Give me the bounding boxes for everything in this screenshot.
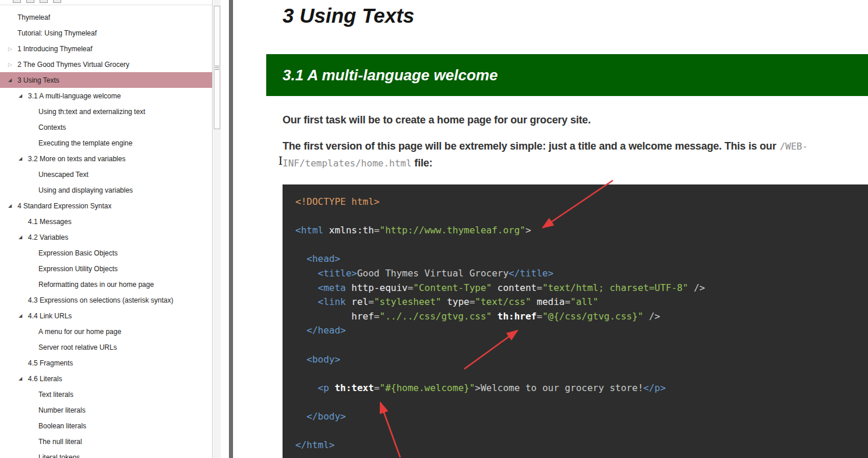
sidebar-item-label: Unescaped Text <box>38 171 89 179</box>
tree-collapse-icon[interactable]: ◢ <box>8 77 17 83</box>
sidebar-item[interactable]: 4.3 Expressions on selections (asterisk … <box>0 292 212 308</box>
code-line: <body> <box>295 353 868 367</box>
sidebar-item[interactable]: Executing the template engine <box>0 135 212 151</box>
tree-collapse-icon[interactable]: ◢ <box>8 203 17 208</box>
sidebar-item[interactable]: ◢3.2 More on texts and variables <box>0 151 212 166</box>
code-line: href="../../css/gtvg.css" th:href="@{/cs… <box>295 310 868 324</box>
toolbar-icon-partial[interactable] <box>40 0 48 3</box>
sidebar-item[interactable]: Using and displaying variables <box>0 182 212 198</box>
tree-collapse-icon[interactable]: ◢ <box>19 376 28 381</box>
sidebar-item-label: 4.6 Literals <box>28 375 62 383</box>
sidebar-item[interactable]: Tutorial: Using Thymeleaf <box>0 25 212 41</box>
sidebar-item[interactable]: ◢4.4 Link URLs <box>0 308 212 324</box>
pane-splitter[interactable] <box>229 0 233 458</box>
sidebar-item-label: 4.4 Link URLs <box>28 312 72 320</box>
sidebar-item[interactable]: Boolean literals <box>0 418 212 434</box>
paragraph: Our first task will be to create a home … <box>283 114 868 126</box>
sidebar-item[interactable]: 4.5 Fragments <box>0 355 212 371</box>
sidebar-item-label: 1 Introducing Thymeleaf <box>17 45 93 53</box>
sidebar-item-label: 4 Standard Expression Syntax <box>17 202 111 210</box>
sidebar-item[interactable]: The null literal <box>0 434 212 449</box>
sidebar-item-label: Server root relative URLs <box>38 343 117 352</box>
sidebar-item-label: The null literal <box>38 438 82 446</box>
sidebar-item[interactable]: Expression Basic Objects <box>0 245 212 261</box>
sidebar-item[interactable]: 4.1 Messages <box>0 214 212 229</box>
sidebar-item-label: Boolean literals <box>38 422 86 430</box>
sidebar-item[interactable]: ▷1 Introducing Thymeleaf <box>0 41 212 56</box>
code-line: <!DOCTYPE html> <box>295 195 868 210</box>
inline-code: /WEB- <box>776 141 807 152</box>
sidebar-item[interactable]: ◢4.6 Literals <box>0 371 212 386</box>
toolbar-partial <box>13 0 61 3</box>
section-heading: 3.1 A multi-language welcome <box>266 54 868 96</box>
sidebar-item-label: Expression Utility Objects <box>38 265 118 273</box>
sidebar-item-label: Thymeleaf <box>17 13 50 22</box>
sidebar-item[interactable]: Reformatting dates in our home page <box>0 276 212 292</box>
sidebar-item[interactable]: ▷2 The Good Thymes Virtual Grocery <box>0 56 212 72</box>
sidebar-item-label: 4.3 Expressions on selections (asterisk … <box>28 296 173 304</box>
code-line: </body> <box>295 410 868 424</box>
sidebar-item[interactable]: ◢4 Standard Expression Syntax <box>0 198 212 214</box>
sidebar-item[interactable]: Unescaped Text <box>0 166 212 182</box>
sidebar-item[interactable]: ◢3.1 A multi-language welcome <box>0 88 212 104</box>
code-line <box>295 367 868 381</box>
content-pane: 3 Using Texts 3.1 A multi-language welco… <box>233 0 868 458</box>
paragraph-text: file: <box>412 157 433 169</box>
tree-expand-icon[interactable]: ▷ <box>8 62 17 68</box>
sidebar-item-label: 3 Using Texts <box>17 76 59 84</box>
sidebar-scrollbar[interactable] <box>213 0 221 458</box>
sidebar: ThymeleafTutorial: Using Thymeleaf▷1 Int… <box>0 0 213 458</box>
code-line <box>295 238 868 253</box>
toolbar-divider <box>0 5 213 5</box>
sidebar-item[interactable]: Server root relative URLs <box>0 339 212 355</box>
sidebar-item[interactable]: A menu for our home page <box>0 324 212 339</box>
tree-collapse-icon[interactable]: ◢ <box>19 156 28 161</box>
paragraph-text: The first version of this page will be e… <box>283 140 776 152</box>
sidebar-item-label: Contexts <box>38 123 66 132</box>
code-line: </html> <box>295 438 868 453</box>
sidebar-item[interactable]: ◢4.2 Variables <box>0 229 212 245</box>
page-title: 3 Using Texts <box>283 3 852 28</box>
tree-expand-icon[interactable]: ▷ <box>8 46 17 52</box>
sidebar-item[interactable]: Number literals <box>0 402 212 418</box>
code-line: <link rel="stylesheet" type="text/css" m… <box>295 295 868 310</box>
tree-collapse-icon[interactable]: ◢ <box>19 313 28 318</box>
sidebar-item[interactable]: Thymeleaf <box>0 9 212 25</box>
toolbar-icon-partial[interactable] <box>13 0 21 3</box>
code-line: <p th:text="#{home.welcome}">Welcome to … <box>295 381 868 396</box>
sidebar-item-label: Using th:text and externalizing text <box>38 108 145 116</box>
code-line: <title>Good Thymes Virtual Grocery</titl… <box>295 267 868 281</box>
code-line: <head> <box>295 252 868 267</box>
sidebar-item-label: 4.5 Fragments <box>28 359 73 367</box>
sidebar-item-label: Literal tokens <box>38 453 80 458</box>
sidebar-item[interactable]: Expression Utility Objects <box>0 261 212 276</box>
sidebar-item-label: Expression Basic Objects <box>38 249 118 257</box>
sidebar-item-label: 4.1 Messages <box>28 218 72 226</box>
sidebar-item[interactable]: ◢3 Using Texts <box>0 72 212 88</box>
code-line: <meta http-equiv="Content-Type" content=… <box>295 281 868 296</box>
sidebar-item[interactable]: Using th:text and externalizing text <box>0 104 212 119</box>
sidebar-item[interactable]: Literal tokens <box>0 449 212 458</box>
sidebar-item-label: Text literals <box>38 390 73 399</box>
sidebar-item[interactable]: Text literals <box>0 386 212 402</box>
sidebar-item-label: Using and displaying variables <box>38 186 133 194</box>
tree-collapse-icon[interactable]: ◢ <box>19 235 28 240</box>
scrollbar-grip-icon <box>215 68 219 68</box>
sidebar-item[interactable]: Contexts <box>0 119 212 135</box>
code-block: <!DOCTYPE html> <html xmlns:th="http://w… <box>283 184 868 458</box>
toolbar-icon-partial[interactable] <box>26 0 34 3</box>
sidebar-item-label: 3.2 More on texts and variables <box>28 155 125 163</box>
inline-code: INF/templates/home.html <box>283 158 412 169</box>
sidebar-item-label: 2 The Good Thymes Virtual Grocery <box>17 61 129 69</box>
toolbar-icon-partial[interactable] <box>53 0 61 3</box>
section-heading-label: 3.1 A multi-language welcome <box>283 66 497 84</box>
tree-collapse-icon[interactable]: ◢ <box>19 93 28 98</box>
sidebar-item-label: A menu for our home page <box>38 328 121 336</box>
sidebar-item-label: Number literals <box>38 406 86 414</box>
sidebar-item-label: 3.1 A multi-language welcome <box>28 92 121 100</box>
sidebar-scrollbar-thumb[interactable] <box>214 6 220 129</box>
text-cursor: I <box>278 155 283 167</box>
sidebar-item-label: 4.2 Variables <box>28 233 68 242</box>
code-line <box>295 338 868 353</box>
document: 3 Using Texts 3.1 A multi-language welco… <box>233 3 868 458</box>
